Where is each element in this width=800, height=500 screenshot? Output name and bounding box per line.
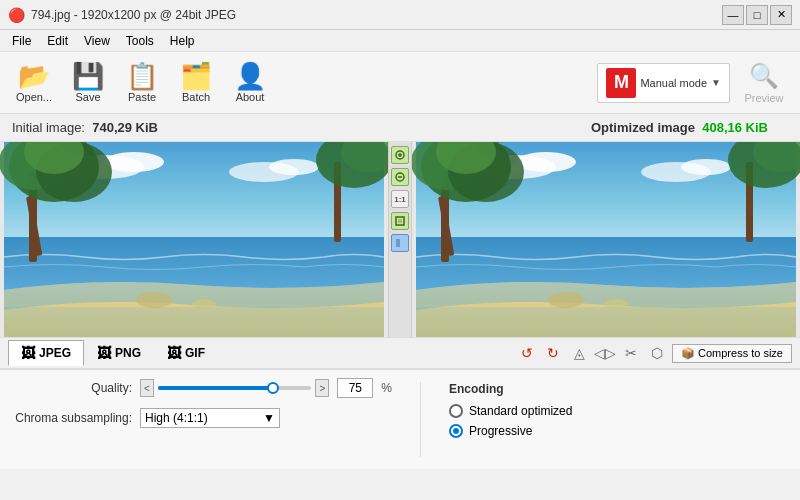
title-bar-text: 794.jpg - 1920x1200 px @ 24bit JPEG — [31, 8, 236, 22]
encoding-title: Encoding — [449, 382, 572, 396]
settings-divider — [420, 382, 421, 457]
encoding-standard-radio[interactable] — [449, 404, 463, 418]
plugin-button[interactable]: ⬡ — [646, 342, 668, 364]
zoom-out-button[interactable] — [391, 168, 409, 186]
quality-slider-thumb[interactable] — [267, 382, 279, 394]
quality-increase-button[interactable]: > — [315, 379, 329, 397]
svg-point-44 — [548, 292, 584, 308]
encoding-standard-row: Standard optimized — [449, 404, 572, 418]
divider-controls: 1:1 — [388, 142, 412, 337]
optimized-image-label: Optimized image 408,16 KiB — [591, 120, 788, 135]
menu-file[interactable]: File — [4, 32, 39, 50]
encoding-standard-label: Standard optimized — [469, 404, 572, 418]
paste-label: Paste — [128, 91, 156, 103]
crop-button[interactable]: ✂ — [620, 342, 642, 364]
original-image — [0, 142, 388, 337]
info-bar: Initial image: 740,29 KiB Optimized imag… — [0, 114, 800, 142]
save-button[interactable]: 💾 Save — [62, 56, 114, 110]
menu-tools[interactable]: Tools — [118, 32, 162, 50]
preview-button[interactable]: 🔍 Preview — [736, 56, 792, 110]
initial-label-text: Initial image: — [12, 120, 85, 135]
title-bar-controls: — □ ✕ — [722, 5, 792, 25]
encoding-progressive-label: Progressive — [469, 424, 532, 438]
quality-input[interactable]: 75 — [337, 378, 373, 398]
chroma-row: Chroma subsampling: High (4:1:1) ▼ — [12, 408, 392, 428]
optimized-size-value: 408,16 KiB — [702, 120, 768, 135]
chroma-label: Chroma subsampling: — [12, 411, 132, 425]
original-image-panel — [0, 142, 388, 337]
svg-rect-18 — [4, 307, 384, 337]
quality-slider-wrap: < > — [140, 379, 329, 397]
zoom-in-button[interactable] — [391, 146, 409, 164]
batch-button[interactable]: 🗂️ Batch — [170, 56, 222, 110]
encoding-progressive-row: Progressive — [449, 424, 572, 438]
compress-label: Compress to size — [698, 347, 783, 359]
png-icon: 🖼 — [97, 345, 111, 361]
menu-view[interactable]: View — [76, 32, 118, 50]
quality-decrease-button[interactable]: < — [140, 379, 154, 397]
ratio-button[interactable]: 1:1 — [391, 190, 409, 208]
open-button[interactable]: 📂 Open... — [8, 56, 60, 110]
tab-jpeg-label: JPEG — [39, 346, 71, 360]
chroma-value: High (4:1:1) — [145, 411, 208, 425]
title-bar-left: 🔴 794.jpg - 1920x1200 px @ 24bit JPEG — [8, 7, 236, 23]
menu-help[interactable]: Help — [162, 32, 203, 50]
optimized-image — [412, 142, 800, 337]
view-toggle-button[interactable] — [391, 234, 409, 252]
toolbar: 📂 Open... 💾 Save 📋 Paste 🗂️ Batch 👤 Abou… — [0, 52, 800, 114]
svg-point-33 — [681, 159, 731, 175]
menu-edit[interactable]: Edit — [39, 32, 76, 50]
quality-row: Quality: < > 75 % — [12, 378, 392, 398]
encoding-progressive-radio[interactable] — [449, 424, 463, 438]
preview-icon: 🔍 — [749, 62, 779, 90]
undo-button[interactable]: ↺ — [516, 342, 538, 364]
compress-icon: 📦 — [681, 347, 695, 360]
format-tabs: 🖼 JPEG 🖼 PNG 🖼 GIF ↺ ↻ ◬ ◁▷ ✂ ⬡ 📦 Compre… — [0, 337, 800, 369]
initial-size-value: 740,29 KiB — [92, 120, 158, 135]
optimized-image-panel — [412, 142, 800, 337]
paste-icon: 📋 — [126, 63, 158, 89]
initial-image-label: Initial image: 740,29 KiB — [12, 120, 158, 135]
tab-png[interactable]: 🖼 PNG — [84, 340, 154, 366]
app-icon: 🔴 — [8, 7, 25, 23]
quality-label: Quality: — [12, 381, 132, 395]
svg-point-30 — [516, 152, 576, 172]
optimized-label-text: Optimized image — [591, 120, 695, 135]
manual-mode-dropdown-icon: ▼ — [711, 77, 721, 88]
manual-mode-button[interactable]: M Manual mode ▼ — [597, 63, 730, 103]
fit-button[interactable] — [391, 212, 409, 230]
tab-gif[interactable]: 🖼 GIF — [154, 340, 218, 366]
batch-label: Batch — [182, 91, 210, 103]
quality-slider[interactable] — [158, 386, 311, 390]
action-icons: ↺ ↻ ◬ ◁▷ ✂ ⬡ 📦 Compress to size — [516, 342, 792, 364]
quality-slider-track[interactable] — [158, 379, 311, 397]
svg-point-5 — [269, 159, 319, 175]
chroma-select[interactable]: High (4:1:1) ▼ — [140, 408, 280, 428]
menu-bar: File Edit View Tools Help — [0, 30, 800, 52]
title-bar: 🔴 794.jpg - 1920x1200 px @ 24bit JPEG — … — [0, 0, 800, 30]
close-button[interactable]: ✕ — [770, 5, 792, 25]
maximize-button[interactable]: □ — [746, 5, 768, 25]
tab-jpeg[interactable]: 🖼 JPEG — [8, 340, 84, 366]
about-button[interactable]: 👤 About — [224, 56, 276, 110]
svg-rect-26 — [396, 239, 400, 247]
batch-icon: 🗂️ — [180, 63, 212, 89]
image-area: 1:1 — [0, 142, 800, 337]
flip-h-button[interactable]: ◁▷ — [594, 342, 616, 364]
chroma-dropdown-icon: ▼ — [263, 411, 275, 425]
about-icon: 👤 — [234, 63, 266, 89]
minimize-button[interactable]: — — [722, 5, 744, 25]
svg-rect-27 — [400, 239, 404, 247]
paste-button[interactable]: 📋 Paste — [116, 56, 168, 110]
settings-right: Encoding Standard optimized Progressive — [449, 378, 572, 461]
settings-left: Quality: < > 75 % Chroma subsampling: Hi… — [12, 378, 392, 461]
brightness-button[interactable]: ◬ — [568, 342, 590, 364]
percent-label: % — [381, 381, 392, 395]
quality-slider-fill — [158, 386, 273, 390]
compress-to-size-button[interactable]: 📦 Compress to size — [672, 344, 792, 363]
tab-png-label: PNG — [115, 346, 141, 360]
redo-button[interactable]: ↻ — [542, 342, 564, 364]
svg-point-2 — [104, 152, 164, 172]
settings-panel: Quality: < > 75 % Chroma subsampling: Hi… — [0, 369, 800, 469]
svg-point-16 — [136, 292, 172, 308]
